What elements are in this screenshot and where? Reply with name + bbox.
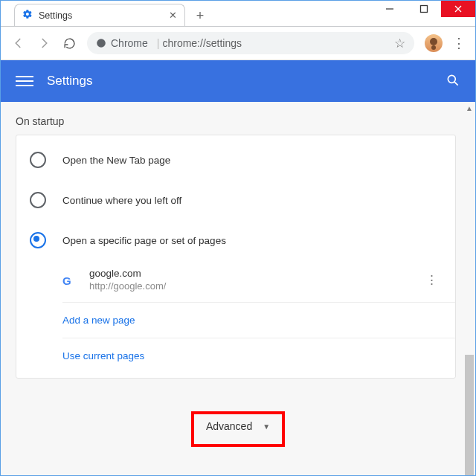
browser-tab[interactable]: Settings ✕ xyxy=(14,4,185,26)
tab-title: Settings xyxy=(39,10,169,21)
settings-title: Settings xyxy=(47,74,92,89)
startup-option-continue[interactable]: Continue where you left off xyxy=(16,180,455,220)
new-tab-button[interactable]: + xyxy=(190,5,210,26)
address-bar[interactable]: Chrome | chrome://settings ☆ xyxy=(87,32,414,54)
section-title-startup: On startup xyxy=(1,102,471,135)
startup-page-url: http://google.com/ xyxy=(89,280,166,292)
radio-label: Open the New Tab page xyxy=(62,155,170,166)
svg-point-5 xyxy=(448,75,455,83)
startup-card: Open the New Tab page Continue where you… xyxy=(16,135,456,379)
startup-page-text: google.com http://google.com/ xyxy=(89,268,166,292)
scrollbar-thumb[interactable] xyxy=(465,355,474,475)
use-current-pages-link[interactable]: Use current pages xyxy=(62,338,455,373)
settings-gear-icon xyxy=(22,9,33,22)
radio-selected-icon xyxy=(30,232,46,248)
back-button[interactable] xyxy=(7,31,30,55)
annotation-highlight xyxy=(191,411,285,447)
google-favicon-icon: G xyxy=(62,274,77,287)
tab-strip: Settings ✕ + xyxy=(1,2,475,26)
radio-icon xyxy=(30,152,46,168)
radio-label: Open a specific page or set of pages xyxy=(62,235,226,246)
startup-option-specific[interactable]: Open a specific page or set of pages xyxy=(16,220,455,260)
browser-toolbar: Chrome | chrome://settings ☆ ⋮ xyxy=(1,26,475,60)
startup-option-newtab[interactable]: Open the New Tab page xyxy=(16,140,455,180)
scrollbar-track[interactable]: ▲ xyxy=(463,102,475,475)
startup-page-name: google.com xyxy=(89,268,166,279)
add-new-page-link[interactable]: Add a new page xyxy=(62,303,455,338)
settings-header: Settings xyxy=(1,60,475,102)
profile-avatar[interactable] xyxy=(425,34,443,52)
browser-menu-icon[interactable]: ⋮ xyxy=(448,35,469,51)
reload-button[interactable] xyxy=(57,31,81,55)
forward-button[interactable] xyxy=(32,31,56,55)
menu-hamburger-icon[interactable] xyxy=(16,76,33,86)
radio-label: Continue where you left off xyxy=(62,195,181,206)
bookmark-star-icon[interactable]: ☆ xyxy=(394,36,405,51)
tab-close-icon[interactable]: ✕ xyxy=(169,10,177,21)
svg-point-4 xyxy=(97,39,106,48)
scroll-up-icon[interactable]: ▲ xyxy=(463,102,475,114)
page-row-menu-icon[interactable]: ⋮ xyxy=(421,272,442,288)
settings-content: On startup Open the New Tab page Continu… xyxy=(1,102,475,475)
site-info-icon[interactable]: Chrome xyxy=(96,37,148,49)
radio-icon xyxy=(30,192,46,208)
svg-line-6 xyxy=(454,82,458,86)
omnibox-divider: | xyxy=(157,37,160,49)
search-icon[interactable] xyxy=(446,73,460,90)
startup-pages-panel: G google.com http://google.com/ ⋮ Add a … xyxy=(62,260,455,373)
origin-label: Chrome xyxy=(111,37,148,49)
url-text: chrome://settings xyxy=(162,37,242,49)
startup-page-row: G google.com http://google.com/ ⋮ xyxy=(62,260,455,303)
browser-window: Settings ✕ + Chrome | chrome://settings … xyxy=(0,0,476,476)
